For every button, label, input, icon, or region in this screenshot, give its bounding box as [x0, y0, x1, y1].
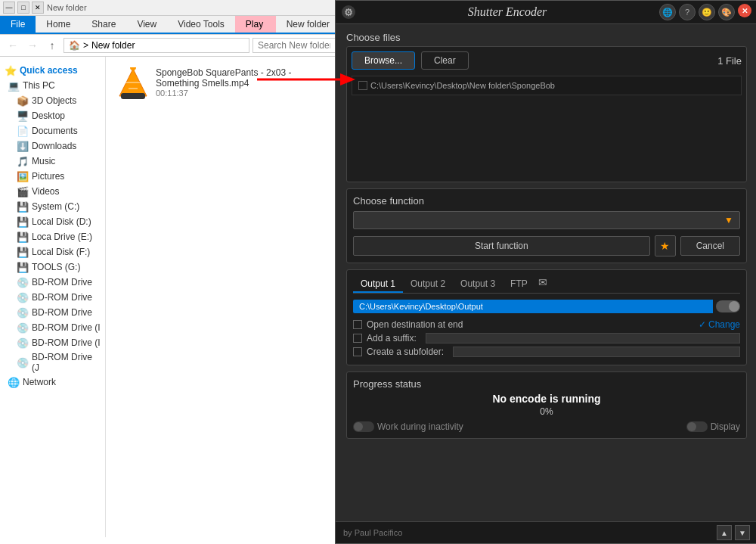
downloads-icon: ⬇️: [17, 140, 29, 152]
sidebar-label-documents: Documents: [32, 126, 78, 136]
scroll-down-button[interactable]: ▼: [735, 525, 750, 540]
drag-arrow: [257, 68, 355, 91]
sidebar-item-network[interactable]: 🌐 Network: [0, 375, 105, 390]
suffix-input[interactable]: [426, 333, 740, 343]
sidebar-item-bdrom-2[interactable]: 💿 BD-ROM Drive: [0, 290, 105, 305]
shutter-body: Choose files Browse... Clear 1 File C:\U…: [336, 24, 756, 521]
drive-g-icon: 💾: [17, 261, 29, 273]
output-tabs: Output 1 Output 2 Output 3 FTP ✉: [353, 276, 740, 294]
sidebar-item-desktop[interactable]: 🖥️ Desktop: [0, 108, 105, 123]
pictures-icon: 🖼️: [17, 170, 29, 182]
output-toggle[interactable]: [716, 300, 740, 312]
subfolder-input[interactable]: [453, 347, 740, 357]
sidebar-label-bdrom-4: BD-ROM Drive (I: [32, 322, 101, 333]
toggle-thumb-display: [687, 422, 696, 431]
close-icon[interactable]: ✕: [32, 2, 44, 14]
suffix-checkbox[interactable]: [353, 334, 362, 343]
tab-share[interactable]: Share: [81, 16, 126, 33]
sidebar-label-bdrom-2: BD-ROM Drive: [32, 292, 92, 303]
sidebar-label-downloads: Downloads: [32, 141, 76, 151]
display-toggle[interactable]: [686, 421, 708, 432]
smile-icon-btn[interactable]: 🙂: [699, 4, 715, 20]
start-function-button[interactable]: Start function: [353, 236, 650, 256]
sidebar-item-this-pc[interactable]: 💻 This PC: [0, 78, 105, 93]
sidebar-item-local-e[interactable]: 💾 Loca Drive (E:): [0, 229, 105, 244]
output-tab-ftp[interactable]: FTP: [503, 276, 535, 293]
scroll-up-button[interactable]: ▲: [717, 525, 732, 540]
drive-c-icon: 💾: [17, 201, 29, 213]
change-text[interactable]: ✓ Change: [699, 319, 740, 330]
music-icon: 🎵: [17, 155, 29, 167]
sidebar-item-videos[interactable]: 🎬 Videos: [0, 184, 105, 199]
footer-buttons: ▲ ▼: [717, 525, 750, 540]
shutter-title: Shutter Encoder: [360, 5, 655, 19]
clear-button[interactable]: Clear: [421, 51, 469, 70]
function-dropdown[interactable]: ▼: [353, 211, 740, 229]
sidebar-item-bdrom-6[interactable]: 💿 BD-ROM Drive (J: [0, 350, 105, 375]
color-icon-btn[interactable]: 🎨: [718, 4, 735, 20]
documents-icon: 📄: [17, 125, 29, 137]
tab-play[interactable]: Play: [235, 16, 276, 33]
sidebar-item-bdrom-1[interactable]: 💿 BD-ROM Drive: [0, 275, 105, 290]
output-tab-1[interactable]: Output 1: [353, 276, 403, 293]
minimize-icon[interactable]: —: [3, 2, 15, 14]
videos-icon: 🎬: [17, 185, 29, 197]
display-option: Display: [686, 421, 740, 432]
work-inactivity-label: Work during inactivity: [377, 421, 463, 432]
tab-view[interactable]: View: [126, 16, 167, 33]
sidebar-item-tools-g[interactable]: 💾 TOOLS (G:): [0, 260, 105, 275]
sidebar-item-quick-access[interactable]: ⭐ Quick access: [0, 63, 105, 78]
sidebar-item-local-d[interactable]: 💾 Local Disk (D:): [0, 214, 105, 229]
address-path[interactable]: 🏠 > New folder: [64, 38, 249, 53]
forward-button[interactable]: →: [24, 37, 41, 54]
sidebar-label-system-c: System (C:): [32, 201, 79, 212]
path-separator: >: [83, 40, 88, 51]
option-subfolder-row: Create a subfolder:: [353, 345, 740, 359]
open-dest-checkbox[interactable]: [353, 320, 362, 329]
up-button[interactable]: ↑: [44, 37, 60, 54]
progress-label: Progress status: [353, 378, 740, 390]
star-icon: ⭐: [5, 64, 17, 76]
sidebar-label-this-pc: This PC: [23, 80, 55, 91]
main-content: SpongeBob SquarePants - 2x03 - Something…: [106, 57, 340, 537]
subfolder-checkbox[interactable]: [353, 347, 362, 356]
output-tab-2[interactable]: Output 2: [403, 276, 453, 293]
bdrom-5-icon: 💿: [17, 337, 29, 349]
drive-d-icon: 💾: [17, 216, 29, 228]
maximize-icon[interactable]: □: [17, 2, 29, 14]
mail-icon[interactable]: ✉: [538, 276, 547, 293]
sidebar-item-bdrom-4[interactable]: 💿 BD-ROM Drive (I: [0, 320, 105, 335]
sidebar-item-3d-objects[interactable]: 📦 3D Objects: [0, 93, 105, 108]
sidebar-item-music[interactable]: 🎵 Music: [0, 154, 105, 169]
tab-new-folder[interactable]: New folder: [276, 16, 340, 33]
search-input[interactable]: [253, 38, 336, 53]
title-icon-buttons: 🌐 ? 🙂 🎨 ✕: [659, 4, 751, 20]
sidebar-item-local-f[interactable]: 💾 Local Disk (F:): [0, 244, 105, 260]
choose-files-section: Choose files Browse... Clear 1 File C:\U…: [346, 32, 747, 182]
favorite-button[interactable]: ★: [655, 235, 676, 256]
window-controls: — □ ✕: [3, 2, 44, 14]
tab-video-tools[interactable]: Video Tools: [167, 16, 235, 33]
cancel-button[interactable]: Cancel: [680, 236, 740, 256]
work-inactivity-toggle[interactable]: [353, 421, 374, 432]
sidebar-item-downloads[interactable]: ⬇️ Downloads: [0, 138, 105, 154]
file-list-item[interactable]: C:\Users\Kevincy\Desktop\New folder\Spon…: [355, 79, 738, 92]
tab-file[interactable]: File: [0, 16, 36, 33]
bdrom-2-icon: 💿: [17, 291, 29, 303]
sidebar-item-bdrom-3[interactable]: 💿 BD-ROM Drive: [0, 305, 105, 320]
sidebar-item-bdrom-5[interactable]: 💿 BD-ROM Drive (I: [0, 335, 105, 350]
sidebar-item-documents[interactable]: 📄 Documents: [0, 123, 105, 138]
close-button[interactable]: ✕: [738, 4, 751, 17]
browse-button[interactable]: Browse...: [352, 51, 415, 70]
toggle-thumb: [729, 301, 739, 312]
file-checkbox[interactable]: [358, 81, 367, 90]
sidebar-item-system-c[interactable]: 💾 System (C:): [0, 199, 105, 214]
globe-icon-btn[interactable]: 🌐: [659, 4, 676, 20]
back-button[interactable]: ←: [5, 37, 21, 54]
output-tab-3[interactable]: Output 3: [453, 276, 503, 293]
shutter-encoder-window: ⚙ Shutter Encoder 🌐 ? 🙂 🎨 ✕ Choose files…: [335, 0, 756, 544]
tab-home[interactable]: Home: [36, 16, 81, 33]
settings-icon[interactable]: ⚙: [342, 5, 355, 19]
help-icon-btn[interactable]: ?: [679, 4, 696, 20]
sidebar-item-pictures[interactable]: 🖼️ Pictures: [0, 169, 105, 184]
